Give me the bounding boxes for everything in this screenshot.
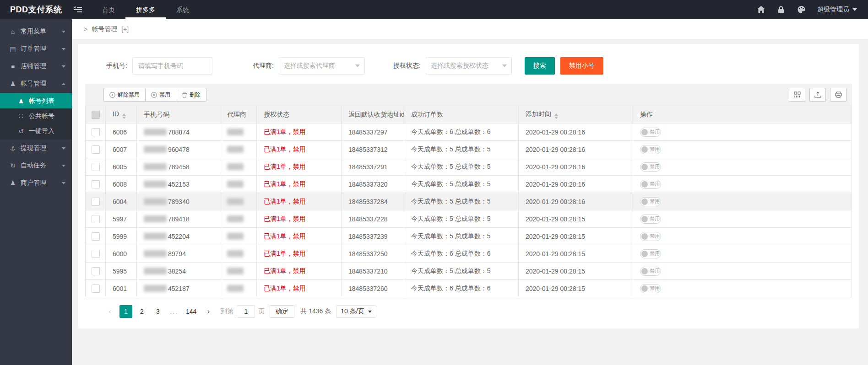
disable-toggle[interactable]: 禁用 <box>640 162 661 172</box>
nav-tabs: 首页拼多多系统 <box>92 0 200 19</box>
breadcrumb-add-tab[interactable]: [+] <box>121 26 129 33</box>
toggle-label: 禁用 <box>650 129 660 135</box>
cell-orders: 今天成单数：6 总成单数：6 <box>404 245 519 263</box>
select-all-checkbox[interactable] <box>92 111 100 119</box>
sidebar-collapse-button[interactable] <box>69 0 87 19</box>
phone-input[interactable] <box>132 57 212 75</box>
chevron-down-icon <box>502 64 507 67</box>
toggle-knob <box>641 251 648 257</box>
disable-toggle[interactable]: 禁用 <box>640 145 661 154</box>
row-checkbox[interactable] <box>92 180 100 188</box>
table-row: 5999 452204 已满1单，禁用 18485337239 今天成单数：5 … <box>86 228 852 245</box>
ban-button[interactable]: 禁用 <box>145 88 176 102</box>
toggle-label: 禁用 <box>650 285 660 292</box>
row-checkbox[interactable] <box>92 284 100 293</box>
cell-phone-suffix: 789458 <box>168 163 190 171</box>
cell-phone-suffix: 452187 <box>168 285 190 292</box>
sidebar-item-account[interactable]: ♟ 帐号管理 <box>0 75 72 92</box>
sidebar-subitem[interactable]: ♟ 帐号列表 <box>0 93 72 108</box>
sidebar-item-withdraw[interactable]: ⚓ 提现管理 <box>0 140 72 157</box>
page-number[interactable]: 144 <box>184 305 199 318</box>
printer-icon <box>835 91 842 98</box>
sidebar-subitem-label: 一键导入 <box>29 127 54 135</box>
disable-toggle[interactable]: 禁用 <box>640 284 661 293</box>
sidebar-subitem[interactable]: ↺ 一键导入 <box>0 123 72 139</box>
delete-label: 删除 <box>190 91 201 99</box>
row-checkbox[interactable] <box>92 232 100 241</box>
print-button[interactable] <box>830 88 846 102</box>
search-button[interactable]: 搜索 <box>525 57 555 75</box>
cell-auth-status: 已满1单，禁用 <box>257 123 342 141</box>
toggle-knob <box>641 216 648 222</box>
redacted-agent <box>227 198 244 205</box>
row-checkbox[interactable] <box>92 198 100 206</box>
disable-toggle[interactable]: 禁用 <box>640 197 661 206</box>
user-menu[interactable]: 超级管理员 <box>817 5 857 14</box>
disable-toggle[interactable]: 禁用 <box>640 267 661 276</box>
account-list-icon: ♟ <box>17 97 25 105</box>
next-page-button[interactable]: › <box>202 305 215 318</box>
cell-auth-status: 已满1单，禁用 <box>257 210 342 228</box>
chevron-icon <box>62 165 65 167</box>
sidebar-item-orders[interactable]: ▤ 订单管理 <box>0 40 72 58</box>
disable-toggle[interactable]: 禁用 <box>640 180 661 189</box>
sidebar-subitem[interactable]: ∷ 公共帐号 <box>0 108 72 123</box>
cell-phone-suffix: 452204 <box>168 233 190 240</box>
disable-toggle[interactable]: 禁用 <box>640 232 661 241</box>
row-checkbox[interactable] <box>92 267 100 275</box>
sidebar-item-home[interactable]: ⌂ 常用菜单 <box>0 23 72 40</box>
sort-icon[interactable] <box>554 113 558 119</box>
redacted-agent <box>227 250 244 257</box>
auth-status-select[interactable]: 选择或搜索授权状态 <box>426 57 512 75</box>
unban-button[interactable]: 解除禁用 <box>103 88 146 102</box>
toggle-knob <box>641 285 648 292</box>
table-header: ID 手机号码 代理商 授权状态 返回默认收货地址id 成功订单数 添加时间 操… <box>86 106 852 123</box>
sidebar-submenu: ♟ 帐号列表 ∷ 公共帐号 ↺ 一键导入 <box>0 92 72 140</box>
columns-filter-button[interactable] <box>789 88 805 102</box>
agent-select[interactable]: 选择或搜索代理商 <box>279 57 365 75</box>
confirm-page-button[interactable]: 确定 <box>270 305 294 318</box>
prev-page-button[interactable]: ‹ <box>103 305 116 318</box>
nav-tab[interactable]: 首页 <box>92 0 125 19</box>
total-count: 共 1436 条 <box>300 307 331 316</box>
cell-auth-status: 已满1单，禁用 <box>257 280 342 297</box>
row-checkbox[interactable] <box>92 163 100 171</box>
col-phone: 手机号码 <box>137 106 220 123</box>
disable-toggle[interactable]: 禁用 <box>640 128 661 137</box>
export-button[interactable] <box>809 88 826 102</box>
redacted-agent <box>227 163 244 170</box>
col-id[interactable]: ID <box>106 106 137 123</box>
sidebar-item-auto-task[interactable]: ↻ 自动任务 <box>0 157 72 174</box>
theme-palette-icon[interactable] <box>797 5 805 14</box>
page-number[interactable]: 1 <box>119 305 132 318</box>
col-add-time[interactable]: 添加时间 <box>519 106 633 123</box>
delete-button[interactable]: 删除 <box>176 88 206 102</box>
goto-page-input[interactable] <box>237 305 255 318</box>
sidebar-item-merchant[interactable]: ♟ 商户管理 <box>0 174 72 192</box>
row-checkbox[interactable] <box>92 250 100 258</box>
sort-icon[interactable] <box>122 113 126 119</box>
cell-time: 2020-01-29 00:28:16 <box>519 141 633 158</box>
row-checkbox[interactable] <box>92 128 100 136</box>
cell-address-id: 18485337297 <box>342 123 404 141</box>
redacted-phone-prefix <box>144 181 167 188</box>
disable-toggle[interactable]: 禁用 <box>640 215 661 224</box>
agent-label: 代理商: <box>253 62 274 70</box>
redacted-phone-prefix <box>144 215 167 222</box>
page-number[interactable]: 3 <box>152 305 164 318</box>
disable-toggle[interactable]: 禁用 <box>640 249 661 258</box>
nav-tab[interactable]: 系统 <box>166 0 200 19</box>
withdraw-icon: ⚓ <box>9 145 16 152</box>
disable-small-accounts-button[interactable]: 禁用小号 <box>560 57 603 75</box>
cell-address-id: 18485337312 <box>342 141 404 158</box>
page-size-select[interactable]: 10 条/页 <box>336 305 376 318</box>
phone-label: 手机号: <box>106 62 127 70</box>
nav-tab[interactable]: 拼多多 <box>125 0 166 19</box>
content-card: 手机号: 代理商: 选择或搜索代理商 授权状态: 选择或搜索授权状态 搜索 禁用… <box>78 44 859 328</box>
row-checkbox[interactable] <box>92 215 100 223</box>
home-icon[interactable] <box>757 5 765 14</box>
page-number[interactable]: 2 <box>136 305 148 318</box>
sidebar-item-shop[interactable]: ≡ 店铺管理 <box>0 58 72 75</box>
row-checkbox[interactable] <box>92 145 100 154</box>
lock-icon[interactable] <box>777 5 785 14</box>
